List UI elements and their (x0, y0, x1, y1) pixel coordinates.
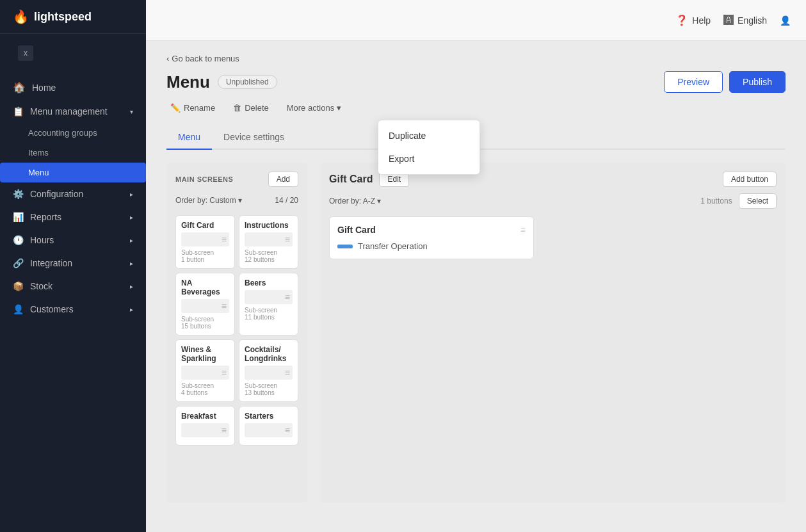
screen-card-beers[interactable]: Beers ≡ Sub-screen 11 buttons (239, 273, 298, 335)
stock-icon: 📦 (13, 281, 24, 291)
screen-card-na-beverages[interactable]: NA Beverages ≡ Sub-screen 15 buttons (175, 273, 235, 335)
language-label: English (737, 15, 767, 26)
drag-na-icon: ≡ (222, 301, 227, 311)
beers-info: Sub-screen 11 buttons (245, 307, 293, 321)
more-actions-button[interactable]: More actions ▾ (283, 101, 345, 115)
starters-mini: ≡ (245, 423, 293, 437)
configuration-icon: ⚙️ (13, 189, 24, 199)
select-button[interactable]: Select (739, 193, 777, 209)
breakfast-mini: ≡ (181, 423, 229, 437)
gift-card-panel: Gift Card Edit Add button Order by: A-Z … (320, 163, 786, 503)
sidebar-item-home[interactable]: 🏠 Home (0, 75, 146, 100)
user-icon: 👤 (780, 15, 791, 26)
screen-card-starters[interactable]: Starters ≡ (239, 406, 298, 446)
wines-title: Wines & Sparkling (181, 345, 229, 363)
sidebar-item-menu[interactable]: Menu (0, 163, 146, 182)
sidebar: 🔥 lightspeed x 🏠 Home 📋 Menu management … (0, 0, 146, 532)
hours-label: Hours (30, 235, 54, 245)
chevron-right-hours-icon: ▸ (130, 237, 133, 244)
sidebar-item-accounting-groups[interactable]: Accounting groups (0, 123, 146, 143)
screen-card-cocktails[interactable]: Cocktails/ Longdrinks ≡ Sub-screen 13 bu… (239, 339, 298, 402)
sidebar-item-configuration[interactable]: ⚙️ Configuration ▸ (0, 182, 146, 206)
na-beverages-title: NA Beverages (181, 278, 229, 296)
sidebar-item-home-label: Home (32, 83, 56, 93)
order-chevron-icon: ▾ (238, 196, 242, 205)
main-screens-panel: MAIN SCREENS Add Order by: Custom ▾ 14 /… (166, 163, 307, 503)
preview-button[interactable]: Preview (664, 71, 723, 93)
export-item[interactable]: Export (378, 147, 480, 170)
publish-button[interactable]: Publish (729, 71, 786, 93)
gift-card-order-label: Order by: A-Z (329, 197, 375, 206)
main-content: ❓ Help 🅰 English 👤 ‹ Go back to menus Me… (146, 0, 806, 532)
rename-label: Rename (184, 103, 215, 113)
reports-icon: 📊 (13, 212, 24, 222)
tab-device-settings[interactable]: Device settings (212, 125, 296, 150)
hours-icon: 🕐 (13, 235, 24, 245)
screen-card-gift-card[interactable]: Gift Card ≡ Sub-screen 1 button (175, 215, 235, 269)
help-button[interactable]: ❓ Help (675, 14, 711, 26)
gift-card-order-bar: Order by: A-Z ▾ 1 buttons Select (329, 193, 777, 209)
gift-card-list-item[interactable]: Gift Card ≡ Transfer Operation (329, 216, 534, 259)
sidebar-item-integration[interactable]: 🔗 Integration ▸ (0, 252, 146, 275)
rename-button[interactable]: ✏️ Rename (166, 101, 219, 115)
drag-beers-icon: ≡ (285, 292, 290, 302)
order-chevron-right-icon: ▾ (377, 197, 381, 206)
gift-card-info: Sub-screen 1 button (181, 249, 229, 263)
language-selector[interactable]: 🅰 English (723, 15, 767, 26)
sidebar-item-items[interactable]: Items (0, 143, 146, 163)
transfer-operation-label: Transfer Operation (358, 241, 428, 251)
sidebar-nav: 🏠 Home 📋 Menu management ▾ Accounting gr… (0, 72, 146, 532)
gift-card-order-dropdown[interactable]: Order by: A-Z ▾ (329, 197, 381, 206)
help-icon: ❓ (675, 14, 688, 26)
duplicate-item[interactable]: Duplicate (378, 124, 480, 147)
user-button[interactable]: 👤 (780, 15, 791, 26)
screens-list: Gift Card ≡ Sub-screen 1 button Instruct… (175, 215, 298, 494)
back-link[interactable]: ‹ Go back to menus (166, 54, 786, 63)
screen-card-breakfast[interactable]: Breakfast ≡ (175, 406, 235, 446)
screen-card-instructions[interactable]: Instructions ≡ Sub-screen 12 buttons (239, 215, 298, 269)
color-bar (337, 245, 353, 248)
language-icon: 🅰 (723, 15, 734, 26)
page-content: ‹ Go back to menus Menu Unpublished Prev… (146, 41, 806, 532)
sidebar-item-customers[interactable]: 👤 Customers ▸ (0, 298, 146, 321)
trash-icon: 🗑 (233, 103, 241, 113)
chevron-right-integration-icon: ▸ (130, 260, 133, 267)
sidebar-item-reports[interactable]: 📊 Reports ▸ (0, 206, 146, 229)
screen-card-wines[interactable]: Wines & Sparkling ≡ Sub-screen 4 buttons (175, 339, 235, 402)
customers-icon: 👤 (13, 304, 24, 314)
drag-instructions-icon: ≡ (285, 234, 290, 245)
add-screen-button[interactable]: Add (268, 172, 298, 187)
sidebar-item-stock[interactable]: 📦 Stock ▸ (0, 275, 146, 298)
sidebar-item-hours[interactable]: 🕐 Hours ▸ (0, 229, 146, 252)
instructions-title: Instructions (245, 221, 293, 230)
content-panels: MAIN SCREENS Add Order by: Custom ▾ 14 /… (166, 163, 786, 503)
cocktails-info: Sub-screen 13 buttons (245, 382, 293, 396)
drag-starters-icon: ≡ (285, 425, 290, 435)
card-row-4: Breakfast ≡ Starters ≡ (175, 406, 298, 446)
instructions-info: Sub-screen 12 buttons (245, 249, 293, 263)
chevron-right-icon: ▸ (130, 191, 133, 198)
gift-card-mini: ≡ (181, 232, 229, 246)
logo-text: lightspeed (34, 10, 92, 24)
instructions-mini: ≡ (245, 232, 293, 246)
status-badge: Unpublished (218, 75, 277, 89)
gift-card-item-title: Gift Card ≡ (337, 225, 526, 235)
gift-card-select-row: 1 buttons Select (700, 193, 777, 209)
help-label: Help (692, 15, 711, 26)
gift-card-panel-title: Gift Card (329, 173, 373, 185)
card-row-2: NA Beverages ≡ Sub-screen 15 buttons Bee… (175, 273, 298, 335)
logo-area: 🔥 lightspeed (0, 0, 146, 34)
cocktails-title: Cocktails/ Longdrinks (245, 345, 293, 363)
configuration-label: Configuration (30, 189, 83, 199)
sidebar-item-menu-management[interactable]: 📋 Menu management ▾ (0, 100, 146, 123)
drag-cocktails-icon: ≡ (285, 367, 290, 378)
card-row-3: Wines & Sparkling ≡ Sub-screen 4 buttons… (175, 339, 298, 402)
delete-button[interactable]: 🗑 Delete (229, 101, 273, 115)
screens-count: 14 / 20 (275, 196, 298, 205)
order-by-dropdown[interactable]: Order by: Custom ▾ (175, 196, 242, 205)
gift-card-title: Gift Card (181, 221, 229, 230)
add-button-button[interactable]: Add button (723, 172, 777, 187)
tab-menu[interactable]: Menu (166, 125, 212, 150)
sidebar-close-button[interactable]: x (18, 45, 33, 61)
rename-icon: ✏️ (170, 103, 181, 113)
